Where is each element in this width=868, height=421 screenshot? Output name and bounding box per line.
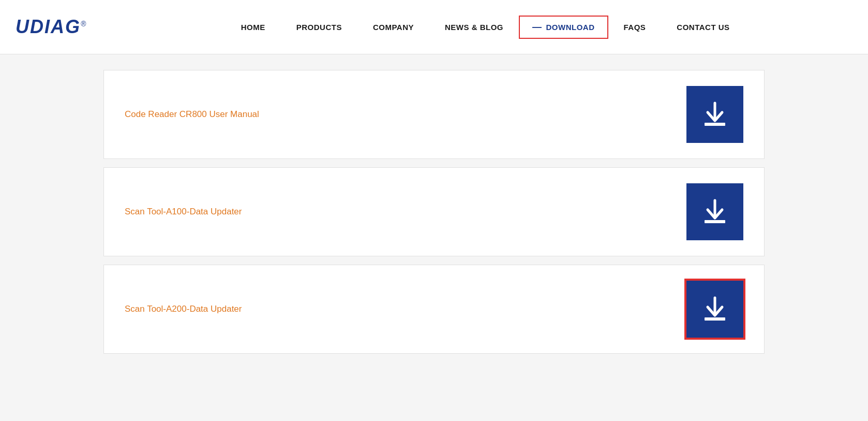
download-row-cr800: Code Reader CR800 User Manual <box>103 70 765 159</box>
download-button-a200[interactable] <box>686 281 743 338</box>
download-icon-a100 <box>699 196 730 227</box>
download-row-a100: Scan Tool-A100-Data Updater <box>103 167 765 256</box>
nav-item-news-blog[interactable]: NEWS & BLOG <box>429 23 519 32</box>
header: UDIAG® HOME PRODUCTS COMPANY NEWS & BLOG… <box>0 0 868 54</box>
download-icon-cr800 <box>699 99 730 130</box>
nav-item-company[interactable]: COMPANY <box>357 23 429 32</box>
logo-u-text: UDIAG <box>16 16 81 37</box>
nav-item-faqs[interactable]: FAQS <box>608 23 662 32</box>
nav-item-products[interactable]: PRODUCTS <box>281 23 357 32</box>
main-content: Code Reader CR800 User Manual Scan Tool-… <box>0 54 868 369</box>
download-row-a200: Scan Tool-A200-Data Updater <box>103 265 765 354</box>
logo-registered: ® <box>81 20 87 28</box>
download-label-a100: Scan Tool-A100-Data Updater <box>125 207 242 217</box>
logo: UDIAG® <box>16 16 87 38</box>
nav-item-download[interactable]: — DOWNLOAD <box>519 16 608 39</box>
logo-area: UDIAG® <box>16 16 87 38</box>
download-button-a100[interactable] <box>686 183 743 240</box>
main-nav: HOME PRODUCTS COMPANY NEWS & BLOG — DOWN… <box>118 16 852 39</box>
nav-item-contact-us[interactable]: CONTACT US <box>661 23 745 32</box>
nav-item-home[interactable]: HOME <box>226 23 281 32</box>
download-label-cr800: Code Reader CR800 User Manual <box>125 109 259 120</box>
svg-rect-0 <box>705 123 725 126</box>
download-button-cr800[interactable] <box>686 86 743 143</box>
download-label-a200: Scan Tool-A200-Data Updater <box>125 304 242 314</box>
nav-download-label: DOWNLOAD <box>546 23 595 32</box>
svg-rect-1 <box>705 220 725 223</box>
download-list: Code Reader CR800 User Manual Scan Tool-… <box>0 65 868 359</box>
nav-download-dash: — <box>532 22 542 33</box>
svg-rect-2 <box>705 317 725 321</box>
download-icon-a200 <box>699 294 730 325</box>
